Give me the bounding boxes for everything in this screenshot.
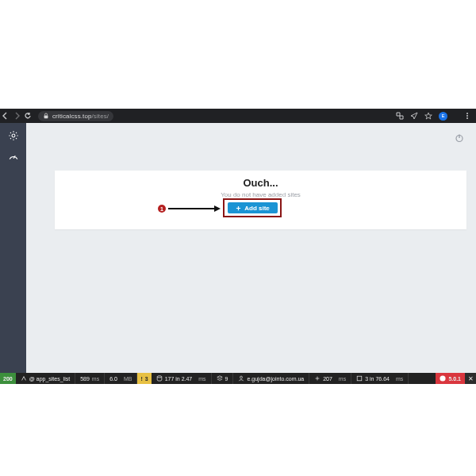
symfony-icon: [440, 375, 446, 382]
translate-icon[interactable]: [396, 112, 404, 120]
debug-extra2[interactable]: 3 in 76.64 ms: [351, 373, 409, 384]
annotation-step-badge: 1: [158, 205, 166, 213]
forward-button[interactable]: [11, 109, 22, 123]
browser-toolbar: criticalcss.top/sites/ E: [0, 109, 476, 123]
address-bar[interactable]: criticalcss.top/sites/: [38, 111, 113, 121]
reload-button[interactable]: [22, 109, 33, 123]
annotation-arrow: [168, 205, 221, 212]
database-icon: [156, 375, 163, 382]
clock-icon: [314, 375, 321, 382]
back-button[interactable]: [0, 109, 11, 123]
main-area: Ouch... You do not have added sites: [26, 123, 476, 373]
empty-state-subtitle: You do not have added sites: [55, 191, 466, 198]
reload-icon: [24, 112, 32, 120]
arrow-right-icon: [13, 112, 21, 120]
lock-icon: [43, 113, 49, 119]
stack-icon: [356, 375, 363, 382]
nav-speed[interactable]: [8, 152, 19, 163]
debug-memory[interactable]: 6.0 MB: [105, 373, 137, 384]
user-icon: [238, 375, 244, 382]
left-nav-rail: [0, 123, 26, 373]
profile-avatar[interactable]: E: [439, 112, 447, 121]
gauge-icon: [8, 152, 19, 163]
svg-point-6: [240, 376, 243, 378]
layers-icon: [217, 375, 223, 382]
add-site-button-label: Add site: [244, 205, 270, 212]
star-icon[interactable]: [424, 112, 432, 120]
nav-settings[interactable]: [8, 130, 19, 141]
chrome-right-icons: E: [396, 112, 447, 121]
power-icon: [455, 133, 464, 143]
debug-cache[interactable]: 9: [212, 373, 234, 384]
route-icon: [21, 375, 27, 382]
svg-point-1: [12, 134, 15, 137]
empty-state-title: Ouch...: [55, 177, 466, 189]
debug-extra1[interactable]: 207 ms: [309, 373, 351, 384]
debug-time[interactable]: 589ms: [75, 373, 105, 384]
chrome-menu-button[interactable]: [466, 113, 468, 119]
svg-point-8: [440, 375, 446, 381]
debug-db[interactable]: 177 in 2.47 ms: [152, 373, 212, 384]
svg-point-5: [157, 376, 162, 378]
send-icon[interactable]: [410, 112, 418, 120]
debug-user[interactable]: e.gujda@jointo.com.ua: [233, 373, 309, 384]
annotation-highlight-box: Add site: [223, 198, 282, 217]
debug-route[interactable]: @ app_sites_list: [16, 373, 75, 384]
debug-symfony-version[interactable]: 5.0.1: [436, 373, 465, 384]
gear-icon: [8, 130, 19, 141]
debug-close-button[interactable]: ✕: [465, 373, 476, 384]
add-site-button[interactable]: Add site: [228, 202, 278, 213]
symfony-debug-bar: 200 @ app_sites_list 589ms 6.0 MB !3 177…: [0, 373, 476, 384]
svg-rect-0: [44, 116, 48, 119]
debug-warnings[interactable]: !3: [137, 373, 151, 384]
url-text: criticalcss.top/sites/: [52, 113, 109, 120]
page-viewport: Ouch... You do not have added sites: [0, 123, 476, 373]
arrow-left-icon: [2, 112, 10, 120]
svg-rect-7: [357, 376, 362, 381]
svg-marker-4: [214, 205, 221, 212]
plus-icon: [236, 205, 241, 211]
debug-http-status[interactable]: 200: [0, 373, 16, 384]
logout-button[interactable]: [455, 132, 464, 141]
